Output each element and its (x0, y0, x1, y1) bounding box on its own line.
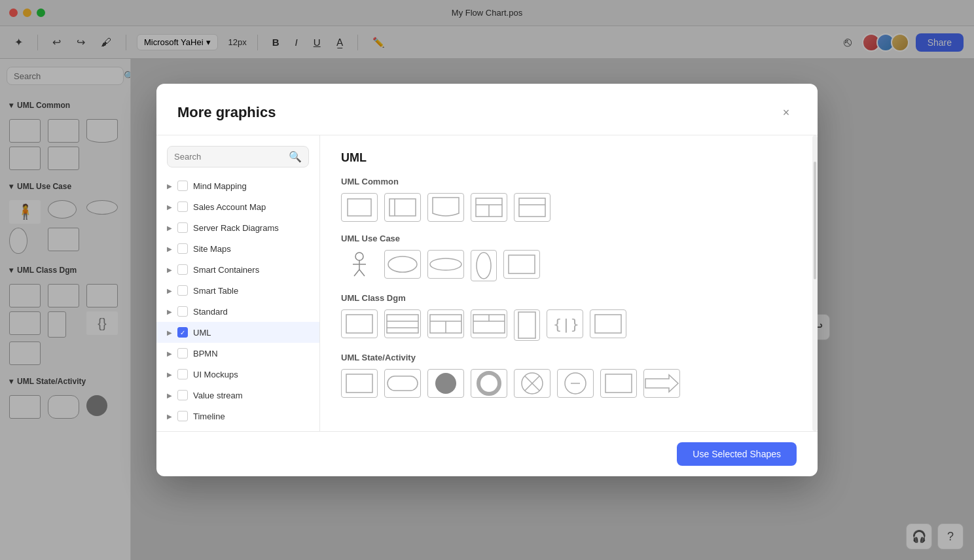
modal-shape-person[interactable] (341, 250, 378, 279)
class4-svg (472, 313, 506, 334)
checkbox-timeline[interactable] (177, 411, 188, 421)
scrollbar-track[interactable] (812, 135, 818, 431)
svg-rect-39 (605, 374, 632, 393)
modal-title: More graphics (177, 104, 276, 121)
modal-shape-class-5[interactable] (514, 309, 540, 341)
modal-shape-state-rect[interactable] (600, 369, 637, 398)
modal-shape-table[interactable] (471, 193, 507, 222)
oval1-svg (387, 254, 418, 274)
list-item-timeline[interactable]: ▶ Timeline (156, 406, 319, 427)
modal-shape-arrow[interactable] (643, 369, 680, 398)
checkbox-mind-mapping[interactable] (177, 181, 188, 191)
svg-text:{|}: {|} (553, 316, 579, 333)
checkbox-smart-containers[interactable] (177, 264, 188, 275)
filled-circle-svg (433, 371, 458, 396)
expand-arrow-icon: ▶ (167, 392, 172, 399)
modal-right-panel: UML UML Common (320, 135, 818, 431)
svg-line-12 (359, 270, 365, 276)
expand-arrow-icon: ▶ (167, 183, 172, 190)
modal-search-input[interactable] (174, 152, 289, 162)
modal-body: 🔍 ▶ Mind Mapping ▶ Sales Account Map ▶ S… (156, 135, 818, 431)
svg-rect-18 (387, 315, 418, 333)
list-item-value-stream[interactable]: ▶ Value stream (156, 385, 319, 406)
label-smart-table: Smart Table (193, 286, 238, 296)
modal-shape-oval-tall[interactable] (471, 250, 497, 281)
modal-overlay[interactable]: More graphics × 🔍 ▶ Mind Mapping ▶ (0, 0, 974, 560)
modal-shape-oval-2[interactable] (427, 250, 464, 279)
list-item-mind-mapping[interactable]: ▶ Mind Mapping (156, 175, 319, 196)
expand-arrow-icon: ▶ (167, 224, 172, 232)
checkbox-bpmn[interactable] (177, 348, 188, 359)
label-value-stream: Value stream (193, 391, 243, 400)
uml-class-shapes-row: {|} (341, 309, 797, 341)
list-item-sales-account[interactable]: ▶ Sales Account Map (156, 196, 319, 217)
expand-arrow-icon: ▶ (167, 245, 172, 253)
rect-svg (346, 198, 372, 217)
expand-arrow-icon: ▶ (167, 266, 172, 273)
more-graphics-modal: More graphics × 🔍 ▶ Mind Mapping ▶ (156, 84, 818, 476)
checkbox-value-stream[interactable] (177, 390, 188, 400)
checkbox-smart-table[interactable] (177, 285, 188, 296)
list-item-smart-containers[interactable]: ▶ Smart Containers (156, 259, 319, 280)
list-item-uml[interactable]: ▶ ✓ UML (156, 322, 319, 343)
list-item-server-rack[interactable]: ▶ Server Rack Diagrams (156, 217, 319, 238)
svg-point-13 (388, 256, 417, 272)
modal-shape-interface[interactable]: {|} (547, 309, 583, 338)
svg-rect-31 (388, 376, 418, 391)
ring-circle-svg (477, 371, 501, 396)
checkbox-sales-account[interactable] (177, 201, 188, 212)
modal-shape-rect-uc[interactable] (503, 250, 540, 279)
svg-rect-27 (518, 312, 535, 338)
list-item-standard[interactable]: ▶ Standard (156, 301, 319, 322)
modal-search[interactable]: 🔍 (167, 146, 309, 167)
modal-shape-state-1[interactable] (341, 369, 378, 398)
list-item-bpmn[interactable]: ▶ BPMN (156, 343, 319, 364)
svg-rect-6 (519, 198, 545, 217)
expand-arrow-icon: ▶ (167, 203, 172, 211)
oval2-svg (429, 256, 463, 272)
state2-svg (386, 375, 419, 392)
expand-arrow-icon: ▶ (167, 371, 172, 378)
modal-shape-class-2[interactable] (384, 309, 421, 338)
scrollbar-thumb[interactable] (814, 162, 816, 279)
checkbox-server-rack[interactable] (177, 222, 188, 233)
modal-shape-rect-1[interactable] (341, 193, 378, 222)
modal-shape-rect-2[interactable] (384, 193, 421, 222)
uml-common-shapes-row (341, 193, 797, 222)
modal-shape-h-circle[interactable] (557, 369, 594, 398)
person-svg (350, 251, 369, 277)
class3-svg (429, 313, 463, 334)
svg-line-11 (354, 270, 359, 276)
modal-shape-rect-3[interactable] (514, 193, 550, 222)
class5-svg (517, 311, 537, 340)
checkbox-uml[interactable]: ✓ (177, 327, 188, 338)
modal-shape-doc[interactable] (427, 193, 464, 222)
list-item-smart-table[interactable]: ▶ Smart Table (156, 280, 319, 301)
svg-rect-1 (389, 199, 416, 216)
x-circle-svg (520, 371, 545, 396)
use-selected-shapes-button[interactable]: Use Selected Shapes (677, 442, 797, 466)
oval-tall-svg (475, 251, 493, 280)
modal-shape-class-1[interactable] (341, 309, 378, 338)
list-item-ui-mockups[interactable]: ▶ UI Mockups (156, 364, 319, 385)
modal-shape-state-2[interactable] (384, 369, 421, 398)
checkbox-standard[interactable] (177, 306, 188, 317)
modal-shape-class-4[interactable] (471, 309, 507, 338)
class1-svg (345, 313, 374, 334)
interface-svg: {|} (550, 313, 579, 334)
modal-close-button[interactable]: × (776, 102, 797, 123)
checkbox-site-maps[interactable] (177, 243, 188, 254)
modal-shape-class-3[interactable] (427, 309, 464, 338)
modal-shape-class-7[interactable] (590, 309, 626, 338)
label-standard: Standard (193, 307, 228, 317)
svg-point-8 (355, 253, 363, 260)
checkbox-ui-mockups[interactable] (177, 369, 188, 379)
modal-shape-oval-1[interactable] (384, 250, 421, 279)
main-section-title: UML (341, 151, 797, 165)
modal-shape-filled-circle[interactable] (427, 369, 464, 398)
list-item-site-maps[interactable]: ▶ Site Maps (156, 238, 319, 259)
modal-shape-x-circle[interactable] (514, 369, 550, 398)
expand-arrow-icon: ▶ (167, 308, 172, 315)
label-server-rack: Server Rack Diagrams (193, 223, 279, 233)
modal-shape-ring-circle[interactable] (471, 369, 507, 398)
